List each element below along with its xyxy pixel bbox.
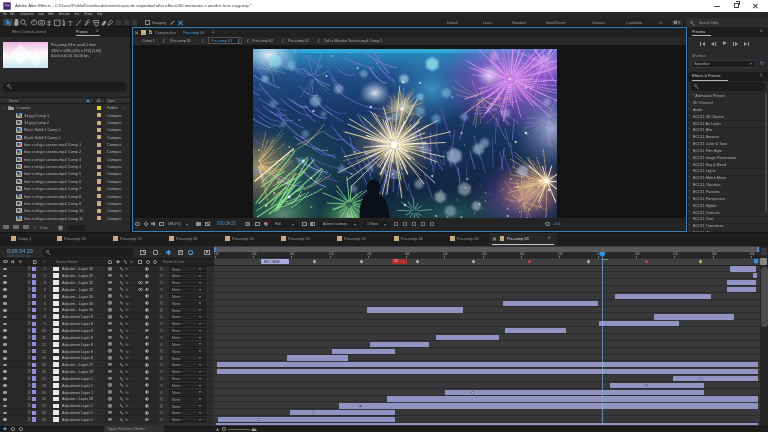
- svg-text:T: T: [68, 19, 73, 27]
